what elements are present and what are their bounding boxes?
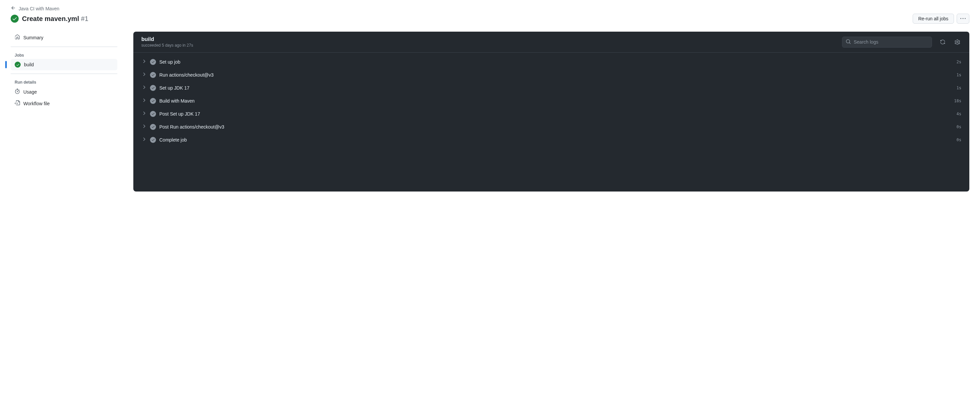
step-row[interactable]: Build with Maven 18s [133,94,969,107]
page-title: Create maven.yml #1 [22,15,88,23]
search-logs-input[interactable] [842,37,932,48]
check-icon [150,98,156,104]
sidebar-usage-label: Usage [23,89,37,95]
step-duration: 18s [954,98,961,103]
sidebar-workflow-file-label: Workflow file [23,101,50,106]
chevron-right-icon [142,59,147,65]
check-icon [150,59,156,65]
sidebar-workflow-file[interactable]: Workflow file [11,98,117,109]
breadcrumb-link[interactable]: Java CI with Maven [19,6,59,11]
check-icon [150,85,156,91]
step-duration: 1s [957,73,961,77]
settings-button[interactable] [953,38,961,46]
arrow-left-icon[interactable] [11,5,16,12]
refresh-button[interactable] [939,38,947,46]
check-icon [150,137,156,143]
success-icon [11,15,19,23]
sync-icon [940,39,945,44]
sidebar-summary-label: Summary [23,35,43,40]
check-icon [150,111,156,117]
stopwatch-icon [15,89,20,95]
file-icon [15,100,20,106]
search-icon [846,39,851,45]
job-meta: succeeded 5 days ago in 27s [142,43,193,48]
sidebar-usage[interactable]: Usage [11,86,117,98]
sidebar-jobs-heading: Jobs [11,50,117,59]
step-row[interactable]: Run actions/checkout@v3 1s [133,68,969,81]
step-duration: 4s [957,111,961,116]
job-name: build [142,36,193,42]
check-icon [150,124,156,130]
sidebar-job-item[interactable]: build [11,59,117,70]
step-name: Run actions/checkout@v3 [159,72,953,78]
chevron-right-icon [142,124,147,130]
step-duration: 1s [957,86,961,90]
chevron-right-icon [142,71,147,78]
more-options-button[interactable] [957,14,969,24]
sidebar-run-details-heading: Run details [11,77,117,86]
step-row[interactable]: Post Run actions/checkout@v3 0s [133,120,969,133]
chevron-right-icon [142,84,147,91]
sidebar-job-label: build [24,62,34,67]
chevron-right-icon [142,98,147,104]
step-name: Build with Maven [159,98,951,103]
rerun-all-button[interactable]: Re-run all jobs [913,14,954,24]
step-duration: 2s [957,60,961,64]
step-duration: 0s [957,138,961,142]
kebab-icon [960,16,966,21]
chevron-right-icon [142,137,147,143]
step-row[interactable]: Set up JDK 17 1s [133,81,969,94]
step-row[interactable]: Complete job 0s [133,133,969,146]
chevron-right-icon [142,111,147,117]
step-name: Set up job [159,59,953,65]
search-logs-field[interactable] [854,39,928,44]
step-name: Set up JDK 17 [159,85,953,91]
job-panel: build succeeded 5 days ago in 27s [133,32,969,192]
gear-icon [955,39,960,44]
breadcrumb: Java CI with Maven [11,5,969,12]
home-icon [15,34,20,41]
step-row[interactable]: Post Set up JDK 17 4s [133,107,969,120]
sidebar-summary[interactable]: Summary [11,32,117,43]
step-name: Post Run actions/checkout@v3 [159,124,953,130]
success-icon [15,62,21,68]
step-duration: 0s [957,125,961,129]
check-icon [150,72,156,78]
step-row[interactable]: Set up job 2s [133,55,969,68]
step-name: Post Set up JDK 17 [159,111,953,117]
step-name: Complete job [159,137,953,143]
